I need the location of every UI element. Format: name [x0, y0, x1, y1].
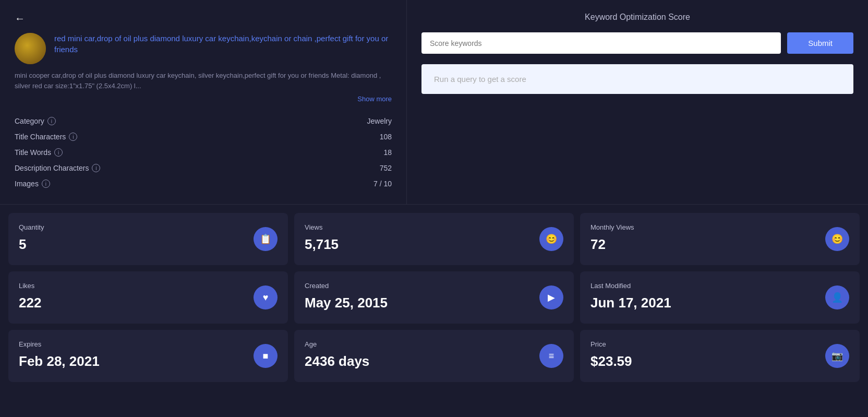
keyword-input-row: Submit	[421, 32, 853, 54]
user-edit-icon[interactable]: 👤	[825, 285, 849, 309]
info-icon[interactable]: i	[47, 117, 56, 125]
meta-label: Title Characters i	[15, 133, 77, 141]
stat-card: Quantity 5 📋	[8, 213, 288, 265]
product-header: red mini car,drop of oil plus diamond lu…	[15, 33, 392, 64]
stat-value: $23.59	[590, 353, 849, 370]
play-icon[interactable]: ▶	[539, 285, 563, 309]
stat-value: Jun 17, 2021	[590, 295, 849, 311]
stat-card: Likes 222 ♥	[8, 271, 288, 324]
stat-label: Quantity	[19, 223, 278, 231]
meta-row: Description Characters i 752	[15, 160, 392, 176]
stat-card: Last Modified Jun 17, 2021 👤	[580, 271, 860, 324]
info-icon[interactable]: i	[69, 133, 77, 141]
stat-label: Last Modified	[590, 282, 849, 290]
stat-label: Monthly Views	[590, 223, 849, 231]
product-title: red mini car,drop of oil plus diamond lu…	[54, 33, 392, 55]
meta-label: Description Characters i	[15, 164, 100, 172]
smiley-icon[interactable]: 😊	[539, 227, 563, 251]
stat-card: Created May 25, 2015 ▶	[294, 271, 574, 324]
camera-icon[interactable]: 📷	[825, 344, 849, 368]
info-icon[interactable]: i	[42, 180, 50, 188]
stat-value: 2436 days	[305, 353, 563, 370]
product-thumbnail	[15, 33, 46, 64]
product-description: mini cooper car,drop of oil plus diamond…	[15, 70, 392, 91]
list-icon[interactable]: ≡	[539, 344, 563, 368]
stat-value: 5	[19, 236, 278, 253]
stat-card: Age 2436 days ≡	[294, 330, 574, 382]
stat-label: Price	[590, 340, 849, 348]
meta-label: Images i	[15, 180, 50, 188]
stat-card: Expires Feb 28, 2021 ■	[8, 330, 288, 382]
keyword-input[interactable]	[421, 32, 781, 54]
score-display: Run a query to get a score	[421, 64, 853, 94]
smiley-icon-2[interactable]: 😊	[825, 227, 849, 251]
heart-icon[interactable]: ♥	[254, 285, 278, 309]
meta-label: Title Words i	[15, 148, 63, 157]
stat-label: Views	[305, 223, 563, 231]
stat-value: May 25, 2015	[305, 295, 563, 311]
product-panel: ← red mini car,drop of oil plus diamond …	[0, 0, 407, 204]
product-title-block: red mini car,drop of oil plus diamond lu…	[54, 33, 392, 55]
stat-label: Age	[305, 340, 563, 348]
meta-row: Title Words i 18	[15, 145, 392, 160]
meta-row: Images i 7 / 10	[15, 176, 392, 192]
stat-value: 72	[590, 236, 849, 253]
meta-row: Category i Jewelry	[15, 113, 392, 129]
meta-value: 7 / 10	[373, 180, 392, 188]
stop-icon[interactable]: ■	[254, 344, 278, 368]
meta-value: Jewelry	[367, 117, 392, 125]
keyword-panel: Keyword Optimization Score Submit Run a …	[407, 0, 868, 204]
stat-label: Likes	[19, 282, 278, 290]
meta-value: 18	[383, 148, 392, 157]
meta-value: 752	[380, 164, 392, 172]
info-icon[interactable]: i	[92, 164, 100, 172]
stat-card: Price $23.59 📷	[580, 330, 860, 382]
submit-button[interactable]: Submit	[787, 32, 853, 54]
stat-label: Created	[305, 282, 563, 290]
meta-row: Title Characters i 108	[15, 129, 392, 145]
meta-table: Category i Jewelry Title Characters i 10…	[15, 113, 392, 192]
thumbnail-image	[15, 33, 46, 64]
meta-value: 108	[380, 133, 392, 141]
keyword-optimization-title: Keyword Optimization Score	[421, 13, 853, 22]
stat-value: Feb 28, 2021	[19, 353, 278, 370]
stat-value: 222	[19, 295, 278, 311]
clipboard-icon[interactable]: 📋	[254, 227, 278, 251]
back-button[interactable]: ←	[15, 13, 25, 25]
info-icon[interactable]: i	[54, 148, 63, 157]
stat-value: 5,715	[305, 236, 563, 253]
show-more-link[interactable]: Show more	[15, 95, 392, 103]
stat-label: Expires	[19, 340, 278, 348]
stat-card: Monthly Views 72 😊	[580, 213, 860, 265]
meta-label: Category i	[15, 117, 56, 125]
stat-card: Views 5,715 😊	[294, 213, 574, 265]
stats-grid: Quantity 5 📋 Views 5,715 😊 Monthly Views…	[0, 205, 868, 390]
